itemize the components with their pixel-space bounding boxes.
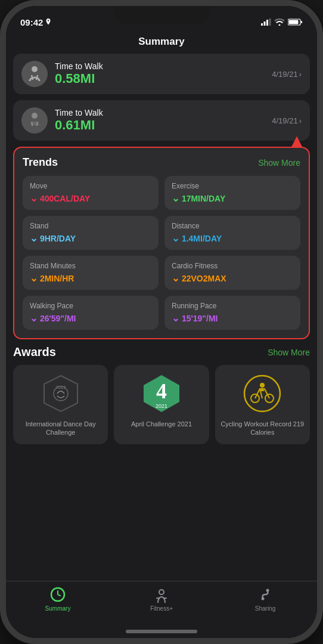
- award-badge-cycling: [241, 372, 284, 415]
- cycling-badge-svg: [242, 373, 282, 414]
- signal-icon: [261, 18, 271, 26]
- trend-exercise[interactable]: Exercise ⌄ 17MIN/DAY: [164, 176, 300, 210]
- walk-card-2[interactable]: Time to Walk 0.61MI 4/19/21 ›: [13, 100, 310, 141]
- award-cycling[interactable]: Cycling Workout Record 219 Calories: [215, 365, 310, 444]
- summary-icon: [49, 586, 66, 603]
- award-dance[interactable]: 2021 International Dance Day Challenge: [13, 365, 108, 444]
- svg-rect-2: [266, 20, 268, 26]
- walk-value-2: 0.61MI: [55, 117, 265, 133]
- status-time: 09:42: [20, 17, 51, 27]
- trend-move-value: ⌄ 400CAL/DAY: [30, 193, 151, 204]
- trend-running-pace[interactable]: Running Pace ⌄ 15'19"/MI: [164, 296, 300, 330]
- tab-fitness-label: Fitness+: [150, 605, 173, 612]
- trend-walking-pace-value: ⌄ 26'59"/MI: [30, 312, 151, 324]
- trend-running-pace-value: ⌄ 15'19"/MI: [172, 312, 293, 324]
- scroll-content[interactable]: Time to Walk 0.58MI 4/19/21 ›: [6, 54, 317, 581]
- trend-walking-pace[interactable]: Walking Pace ⌄ 26'59"/MI: [23, 296, 159, 330]
- trend-cardio-label: Cardio Fitness: [172, 262, 293, 270]
- walk-info-2: Time to Walk 0.61MI: [55, 108, 265, 133]
- person-icon-2: [24, 110, 45, 131]
- sharing-icon: [257, 586, 274, 603]
- award-april-name: April Challenge 2021: [131, 420, 192, 428]
- trend-stand-value: ⌄ 9HR/DAY: [30, 233, 151, 244]
- trend-stand-label: Stand: [30, 222, 151, 230]
- svg-rect-5: [301, 21, 302, 23]
- trend-distance[interactable]: Distance ⌄ 1.4MI/DAY: [164, 216, 300, 250]
- tab-summary-icon: [49, 586, 66, 603]
- trends-show-more[interactable]: Show More: [258, 158, 300, 168]
- location-icon: [45, 18, 51, 26]
- svg-point-21: [262, 597, 265, 600]
- trend-exercise-label: Exercise: [172, 182, 293, 190]
- awards-title: Awards: [13, 345, 56, 359]
- walk-card-1[interactable]: Time to Walk 0.58MI 4/19/21 ›: [13, 54, 310, 94]
- phone-frame: 09:42: [0, 0, 323, 644]
- trends-show-more-container: Show More ▲: [258, 158, 300, 168]
- svg-point-8: [32, 113, 38, 119]
- screen: 09:42: [6, 6, 317, 638]
- trend-stand-minutes-label: Stand Minutes: [30, 262, 151, 270]
- fitness-icon: [153, 586, 170, 603]
- april-badge-svg: 4 2021: [141, 373, 182, 414]
- trend-distance-value: ⌄ 1.4MI/DAY: [172, 233, 293, 244]
- svg-text:4: 4: [156, 379, 167, 403]
- awards-row: 2021 International Dance Day Challenge: [13, 365, 310, 444]
- award-cycling-name: Cycling Workout Record 219 Calories: [220, 420, 305, 437]
- tab-fitness[interactable]: Fitness+: [110, 586, 213, 612]
- wifi-icon: [275, 18, 284, 26]
- trends-grid: Move ⌄ 400CAL/DAY Exercise ⌄ 17MIN/DAY: [23, 176, 300, 330]
- phone-screen: 09:42: [6, 6, 317, 638]
- svg-point-15: [244, 376, 280, 411]
- walk-title-2: Time to Walk: [55, 108, 265, 117]
- walk-date-2: 4/19/21 ›: [272, 116, 302, 125]
- tab-bar: Summary Fitness+: [6, 581, 317, 630]
- walk-date-1: 4/19/21 ›: [272, 70, 302, 79]
- trend-move-label: Move: [30, 182, 151, 190]
- trend-walking-pace-label: Walking Pace: [30, 302, 151, 310]
- svg-marker-9: [44, 376, 77, 411]
- time-display: 09:42: [20, 17, 43, 27]
- trend-move[interactable]: Move ⌄ 400CAL/DAY: [23, 176, 159, 210]
- award-badge-april: 4 2021: [140, 372, 183, 415]
- tab-sharing[interactable]: Sharing: [213, 586, 317, 612]
- walk-avatar-1: [21, 61, 48, 87]
- svg-text:2021: 2021: [156, 403, 167, 409]
- trend-stand-minutes[interactable]: Stand Minutes ⌄ 2MIN/HR: [23, 256, 159, 290]
- tab-summary[interactable]: Summary: [6, 586, 110, 612]
- trend-exercise-value: ⌄ 17MIN/DAY: [172, 193, 293, 204]
- svg-point-22: [266, 589, 269, 592]
- award-april[interactable]: 4 2021 April Challenge 2021: [114, 365, 209, 444]
- awards-show-more[interactable]: Show More: [268, 348, 310, 357]
- trend-cardio[interactable]: Cardio Fitness ⌄ 22VO2MAX: [164, 256, 300, 290]
- red-arrow: ▲: [287, 131, 306, 150]
- home-indicator: [126, 630, 197, 633]
- tab-summary-label: Summary: [45, 605, 71, 612]
- trends-section: Trends Show More ▲ Move ⌄ 400CAL/DAY: [13, 147, 310, 339]
- svg-point-7: [32, 66, 38, 72]
- trend-stand[interactable]: Stand ⌄ 9HR/DAY: [23, 216, 159, 250]
- walk-title-1: Time to Walk: [55, 61, 265, 71]
- svg-rect-6: [289, 20, 299, 24]
- walk-info-1: Time to Walk 0.58MI: [55, 61, 265, 86]
- trends-header: Trends Show More ▲: [23, 156, 300, 169]
- trend-distance-label: Distance: [172, 222, 293, 230]
- svg-rect-3: [269, 18, 271, 26]
- awards-section: Awards Show More 2021: [13, 345, 310, 444]
- trend-stand-minutes-value: ⌄ 2MIN/HR: [30, 273, 151, 284]
- awards-header: Awards Show More: [13, 345, 310, 359]
- trends-title: Trends: [23, 156, 58, 169]
- bottom-spacer: [13, 450, 310, 456]
- status-icons: [261, 18, 303, 26]
- svg-point-18: [260, 383, 265, 388]
- svg-point-20: [159, 590, 164, 595]
- person-icon-1: [24, 63, 45, 85]
- svg-rect-1: [264, 21, 266, 26]
- tab-sharing-icon: [257, 586, 274, 603]
- notch: [114, 6, 209, 24]
- dance-badge-svg: 2021: [41, 373, 81, 414]
- walk-avatar-2: [21, 107, 48, 134]
- nav-title: Summary: [6, 32, 317, 54]
- tab-fitness-icon: [153, 586, 170, 603]
- walk-value-1: 0.58MI: [55, 71, 265, 86]
- tab-sharing-label: Sharing: [255, 605, 275, 612]
